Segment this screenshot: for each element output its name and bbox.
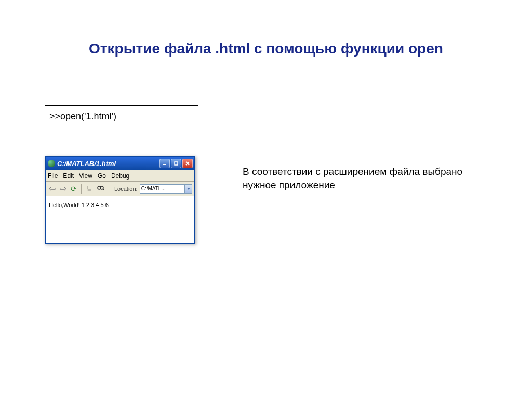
globe-icon [48,160,55,167]
close-button[interactable] [182,159,193,168]
location-field[interactable] [140,184,192,194]
svg-marker-7 [187,188,190,190]
menu-debug[interactable]: Debug [111,172,129,180]
page-body-text: Hello,World! 1 2 3 4 5 6 [49,202,109,208]
menu-view[interactable]: View [79,172,92,180]
refresh-icon[interactable]: ⟳ [70,185,78,193]
toolbar-separator [109,184,109,194]
find-icon[interactable] [96,185,105,193]
location-input[interactable] [140,186,185,191]
slide-title: Открытие файла .html с помощью функции o… [0,0,532,78]
print-icon[interactable]: 🖶 [85,185,94,193]
maximize-button[interactable] [171,159,181,168]
toolbar: ⇦ ⇨ ⟳ 🖶 Location: [46,182,194,196]
minimize-button[interactable] [159,159,170,168]
window-title-text: C:/MATLAB/1.html [57,160,116,168]
code-command-box: >>open('1.html') [45,105,198,127]
menu-file[interactable]: File [48,172,58,180]
location-label: Location: [114,186,138,192]
browser-content: Hello,World! 1 2 3 4 5 6 [46,196,194,243]
menu-bar: File Edit View Go Debug [46,170,194,182]
back-button[interactable]: ⇦ [48,184,57,194]
window-titlebar: C:/MATLAB/1.html [46,157,194,170]
forward-button[interactable]: ⇨ [59,184,68,194]
menu-go[interactable]: Go [98,172,106,180]
browser-window: C:/MATLAB/1.html File Edit View Go Debug… [45,156,195,244]
location-dropdown-icon[interactable] [184,185,192,193]
toolbar-separator [81,184,82,194]
menu-edit[interactable]: Edit [63,172,74,180]
svg-rect-1 [175,162,178,165]
explanation-text: В соответствии с расширением файла выбра… [243,165,482,191]
svg-line-6 [103,189,104,190]
code-command-text: >>open('1.html') [49,111,116,122]
